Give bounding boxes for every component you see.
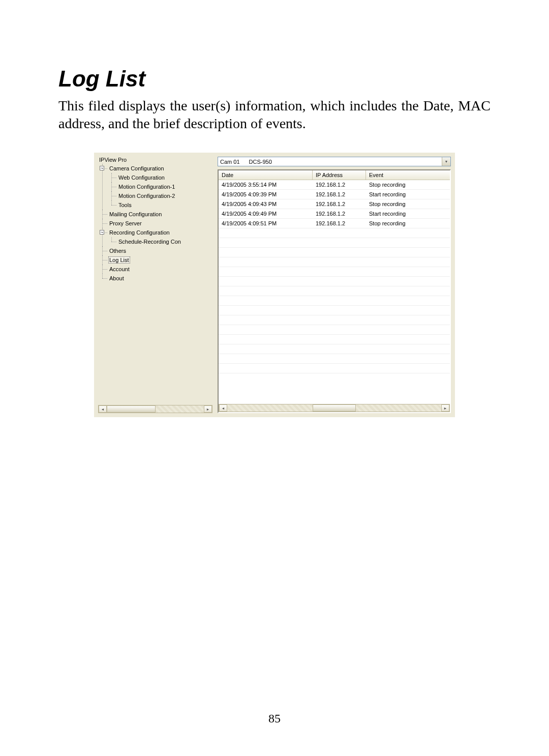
cell-ip: 192.168.1.2 [313, 201, 366, 207]
tree-label: Proxy Server [108, 220, 143, 226]
section-heading: Log List [58, 66, 491, 92]
table-row [219, 364, 450, 373]
scroll-thumb[interactable] [313, 404, 355, 412]
cell-date: 4/19/2005 3:55:14 PM [219, 182, 313, 188]
app-title: IPView Pro [98, 157, 212, 164]
cell-event: Start recording [366, 211, 450, 217]
scroll-left-icon[interactable] [219, 404, 227, 412]
app-screenshot: IPView Pro − Camera Configuration Web Co… [94, 153, 455, 417]
tree-item-others[interactable]: Others [99, 246, 212, 255]
table-header-row: Date IP Address Event [219, 170, 450, 180]
cell-event: Stop recording [366, 182, 450, 188]
scroll-thumb[interactable] [107, 405, 156, 413]
table-hscrollbar[interactable] [219, 404, 450, 412]
tree-hscrollbar[interactable] [98, 405, 212, 413]
table-row[interactable]: 4/19/2005 3:55:14 PM192.168.1.2Stop reco… [219, 180, 450, 190]
col-header-date[interactable]: Date [219, 170, 313, 180]
tree-item-recording[interactable]: − Recording Configuration Schedule-Recor… [99, 228, 212, 246]
table-row[interactable]: 4/19/2005 4:09:51 PM192.168.1.2Stop reco… [219, 219, 450, 228]
tree-label: Log List [108, 256, 130, 264]
tree-item-loglist[interactable]: Log List [99, 255, 212, 265]
log-panel: Cam 01 DCS-950 Date IP Address Event 4/1… [218, 157, 451, 413]
table-row [219, 238, 450, 248]
cell-event: Stop recording [366, 201, 450, 207]
tree-panel: IPView Pro − Camera Configuration Web Co… [98, 157, 212, 413]
table-body: 4/19/2005 3:55:14 PM192.168.1.2Stop reco… [219, 180, 450, 404]
tree-label: Camera Configuration [108, 165, 165, 171]
table-row[interactable]: 4/19/2005 4:09:49 PM192.168.1.2Start rec… [219, 209, 450, 219]
table-row[interactable]: 4/19/2005 4:09:39 PM192.168.1.2Start rec… [219, 190, 450, 199]
col-header-ip[interactable]: IP Address [313, 170, 366, 180]
scroll-right-icon[interactable] [441, 404, 449, 412]
tree-label: Others [108, 248, 127, 254]
table-row [219, 315, 450, 325]
tree-item-proxy[interactable]: Proxy Server [99, 219, 212, 228]
cell-date: 4/19/2005 4:09:43 PM [219, 201, 313, 207]
log-table: Date IP Address Event 4/19/2005 3:55:14 … [218, 169, 451, 413]
table-row [219, 286, 450, 296]
tree-label: Mailing Configuration [108, 211, 163, 217]
page-number: 85 [0, 712, 549, 725]
nav-tree: − Camera Configuration Web Configuration… [98, 164, 212, 405]
cell-date: 4/19/2005 4:09:49 PM [219, 211, 313, 217]
expander-icon[interactable]: − [100, 166, 104, 170]
cell-ip: 192.168.1.2 [313, 182, 366, 188]
tree-item-account[interactable]: Account [99, 265, 212, 274]
tree-label: Account [108, 266, 131, 272]
table-row [219, 248, 450, 257]
tree-item-motion1[interactable]: Motion Configuration-1 [108, 182, 212, 191]
tree-item-tools[interactable]: Tools [108, 200, 212, 210]
table-row [219, 267, 450, 277]
table-row [219, 325, 450, 335]
cell-event: Start recording [366, 191, 450, 197]
tree-item-mailing[interactable]: Mailing Configuration [99, 210, 212, 219]
scroll-track[interactable] [107, 405, 204, 413]
tree-item-web-config[interactable]: Web Configuration [108, 173, 212, 182]
tree-item-schedule[interactable]: Schedule-Recording Con [108, 237, 212, 246]
tree-item-motion2[interactable]: Motion Configuration-2 [108, 191, 212, 200]
table-row [219, 228, 450, 238]
col-header-event[interactable]: Event [366, 170, 450, 180]
scroll-right-icon[interactable] [204, 405, 212, 413]
table-row [219, 306, 450, 315]
tree-label: Motion Configuration-2 [117, 193, 176, 199]
tree-item-about[interactable]: About [99, 274, 212, 283]
tree-label: Recording Configuration [108, 229, 171, 236]
table-row [219, 296, 450, 306]
chevron-down-icon[interactable] [442, 157, 450, 166]
section-paragraph: This filed displays the user(s) informat… [58, 97, 491, 132]
tree-label: Tools [117, 202, 133, 208]
table-row[interactable]: 4/19/2005 4:09:43 PM192.168.1.2Stop reco… [219, 199, 450, 209]
cell-date: 4/19/2005 4:09:39 PM [219, 191, 313, 197]
tree-label: Motion Configuration-1 [117, 184, 176, 190]
scroll-left-icon[interactable] [99, 405, 107, 413]
table-row [219, 335, 450, 344]
tree-label: Web Configuration [117, 175, 166, 181]
table-row [219, 277, 450, 286]
camera-select[interactable]: Cam 01 DCS-950 [218, 157, 451, 166]
cell-ip: 192.168.1.2 [313, 211, 366, 217]
cell-date: 4/19/2005 4:09:51 PM [219, 220, 313, 226]
camera-select-model: DCS-950 [249, 159, 272, 165]
cell-ip: 192.168.1.2 [313, 220, 366, 226]
table-row [219, 257, 450, 267]
expander-icon[interactable]: − [100, 230, 104, 235]
tree-label: About [108, 275, 125, 281]
scroll-track[interactable] [227, 404, 441, 412]
camera-select-cam: Cam 01 [220, 159, 240, 165]
cell-ip: 192.168.1.2 [313, 191, 366, 197]
tree-label: Schedule-Recording Con [117, 239, 182, 245]
tree-item-camera-config[interactable]: − Camera Configuration Web Configuration… [99, 164, 212, 210]
cell-event: Stop recording [366, 220, 450, 226]
table-row [219, 354, 450, 364]
table-row [219, 344, 450, 354]
